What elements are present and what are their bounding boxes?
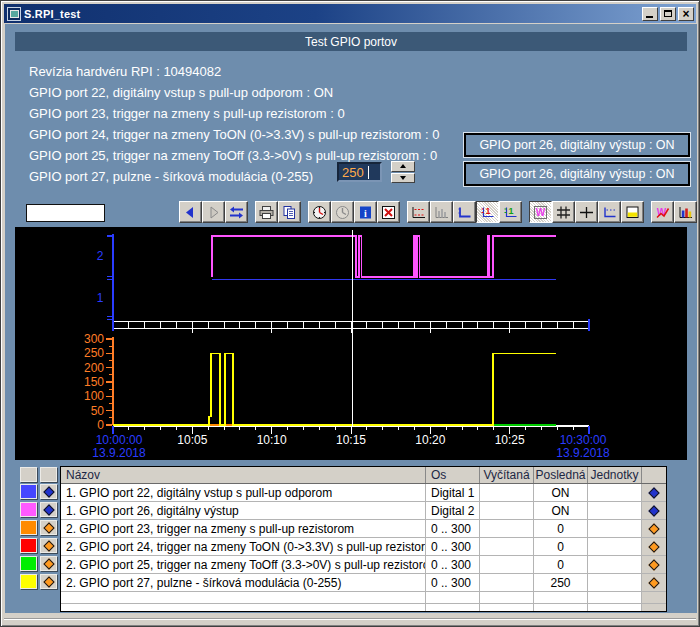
- column-header[interactable]: Os: [426, 467, 480, 483]
- spinner-up-button[interactable]: [391, 161, 415, 172]
- chart-area[interactable]: 2105010015020025030010:0510:1010:1510:20…: [15, 227, 687, 460]
- analog-tick-label: 250: [84, 346, 104, 360]
- cell-posledna: 0: [534, 556, 588, 573]
- series-color-swatch[interactable]: [20, 556, 37, 571]
- table-row[interactable]: 1. GPIO port 22, digitálny vstup s pull-…: [61, 484, 666, 502]
- series-marker-box[interactable]: [40, 502, 57, 517]
- axis-numbered-red-icon: 1: [479, 205, 496, 220]
- print-button[interactable]: [255, 201, 278, 223]
- series-color-swatch[interactable]: [20, 484, 37, 499]
- row-marker-cell[interactable]: [642, 556, 666, 573]
- clock-realtime-button[interactable]: [308, 201, 331, 223]
- empty-cell: [480, 592, 534, 603]
- series-marker-box[interactable]: [40, 538, 57, 553]
- series-marker-box[interactable]: [40, 520, 57, 535]
- marker-header-box[interactable]: [40, 467, 57, 482]
- analog-tick-label: 0: [97, 418, 104, 432]
- prev-arrow-button[interactable]: [179, 201, 202, 223]
- axis-cross-button[interactable]: [575, 201, 598, 223]
- swatch-header-box[interactable]: [20, 467, 37, 482]
- axis-histogram-button[interactable]: [430, 201, 453, 223]
- info-button[interactable]: i: [354, 201, 377, 223]
- series-color-swatch[interactable]: [20, 574, 37, 589]
- cell-os: 0 .. 300: [426, 538, 480, 555]
- empty-marker-cell: [642, 604, 666, 611]
- cell-name: 1. GPIO port 26, digitálny výstup: [61, 502, 426, 519]
- column-header[interactable]: Jednotky: [588, 467, 642, 483]
- diamond-marker-icon: [648, 559, 659, 570]
- clock-stopped-button[interactable]: [331, 201, 354, 223]
- chart-time-textbox[interactable]: [26, 204, 105, 222]
- toolbar-group: i: [308, 201, 400, 223]
- close-button[interactable]: ×: [678, 7, 694, 21]
- table-row[interactable]: 2. GPIO port 23, trigger na zmeny s pull…: [61, 520, 666, 538]
- axis-histogram-icon: [433, 205, 450, 220]
- clock-stopped-icon: [334, 205, 351, 220]
- axis-limits-icon: [410, 205, 427, 220]
- table-row[interactable]: 2. GPIO port 24, trigger na zmeny ToON (…: [61, 538, 666, 556]
- copy-button[interactable]: [278, 201, 301, 223]
- axis-cross-icon: [578, 205, 595, 220]
- time-start-label: 10:00:00: [96, 433, 143, 447]
- empty-table-row: [61, 592, 666, 604]
- cell-name: 2. GPIO port 23, trigger na zmeny s pull…: [61, 520, 426, 537]
- cell-vycitana: [480, 484, 534, 501]
- curve-w-button[interactable]: W: [529, 201, 552, 223]
- spinner-down-button[interactable]: [391, 173, 415, 184]
- cell-name: 2. GPIO port 25, trigger na zmeny ToOff …: [61, 556, 426, 573]
- gpio26-toggle-button-2[interactable]: GPIO port 26, digitálny výstup : ON: [464, 162, 690, 186]
- up-arrow-icon: [400, 164, 406, 168]
- axis-limits-button[interactable]: [407, 201, 430, 223]
- row-marker-cell[interactable]: [642, 502, 666, 519]
- axis-single-button[interactable]: [453, 201, 476, 223]
- signal-table[interactable]: NázovOsVyčítanáPoslednáJednotky1. GPIO p…: [60, 466, 667, 612]
- info-line-3: GPIO port 23, trigger na zmeny s pull-up…: [29, 103, 440, 124]
- bar-chart-button[interactable]: [674, 201, 697, 223]
- status-groove: [4, 618, 696, 620]
- empty-cell: [61, 604, 426, 611]
- row-marker-cell[interactable]: [642, 484, 666, 501]
- pan-horizontal-button[interactable]: [225, 201, 248, 223]
- time-tick-label: 10:05: [177, 433, 207, 447]
- table-row[interactable]: 2. GPIO port 27, pulzne - šírková modulá…: [61, 574, 666, 592]
- minimize-button[interactable]: [642, 7, 658, 21]
- title-bar[interactable]: S.RPI_test ×: [4, 4, 696, 23]
- cell-posledna: ON: [534, 502, 588, 519]
- maximize-icon: [664, 10, 672, 17]
- column-header[interactable]: Vyčítaná: [480, 467, 534, 483]
- maximize-button[interactable]: [660, 7, 676, 21]
- gpio26-toggle-button-1[interactable]: GPIO port 26, digitálny výstup : ON: [464, 133, 690, 157]
- legend-box-button[interactable]: [621, 201, 644, 223]
- cell-name: 2. GPIO port 27, pulzne - šírková modulá…: [61, 574, 426, 591]
- time-tick-label: 10:25: [495, 433, 525, 447]
- series-marker-box[interactable]: [40, 484, 57, 499]
- axis-dotted-icon: [601, 205, 618, 220]
- column-header[interactable]: Posledná: [534, 467, 588, 483]
- grid-button[interactable]: [552, 201, 575, 223]
- chart-canvas[interactable]: 2105010015020025030010:0510:1010:1510:20…: [15, 227, 687, 460]
- series-color-swatch[interactable]: [20, 538, 37, 553]
- curve-red-button[interactable]: W: [651, 201, 674, 223]
- time-end-date: 13.9.2018: [556, 446, 610, 460]
- series-color-swatch[interactable]: [20, 502, 37, 517]
- axis-numbered-green-icon: 1: [502, 205, 519, 220]
- next-arrow-button[interactable]: [202, 201, 225, 223]
- table-row[interactable]: 1. GPIO port 26, digitálny výstupDigital…: [61, 502, 666, 520]
- analog-tick-label: 100: [84, 389, 104, 403]
- diamond-marker-icon: [43, 522, 54, 533]
- pwm-value-input[interactable]: [337, 162, 382, 182]
- axis-numbered-green-button[interactable]: 1: [499, 201, 522, 223]
- axis-numbered-red-button[interactable]: 1: [476, 201, 499, 223]
- close-chart-button[interactable]: [377, 201, 400, 223]
- row-marker-cell[interactable]: [642, 538, 666, 555]
- empty-cell: [534, 592, 588, 603]
- table-row[interactable]: 2. GPIO port 25, trigger na zmeny ToOff …: [61, 556, 666, 574]
- app-icon: [7, 7, 21, 21]
- column-header[interactable]: Názov: [61, 467, 426, 483]
- axis-dotted-button[interactable]: [598, 201, 621, 223]
- row-marker-cell[interactable]: [642, 574, 666, 591]
- series-color-swatch[interactable]: [20, 520, 37, 535]
- row-marker-cell[interactable]: [642, 520, 666, 537]
- series-marker-box[interactable]: [40, 556, 57, 571]
- series-marker-box[interactable]: [40, 574, 57, 589]
